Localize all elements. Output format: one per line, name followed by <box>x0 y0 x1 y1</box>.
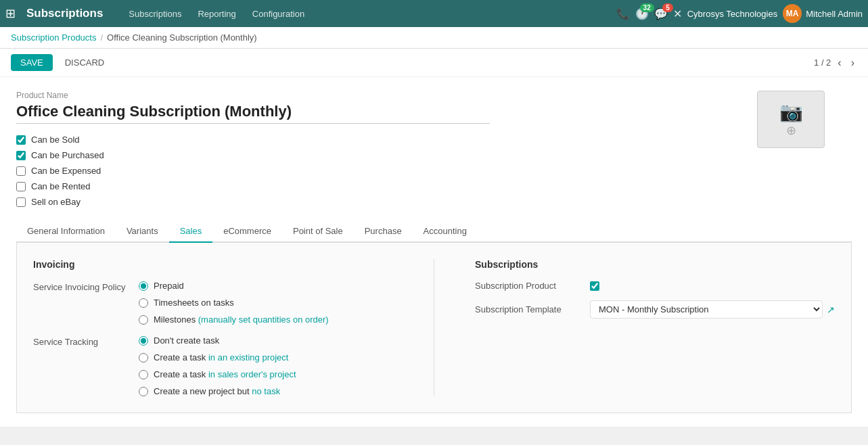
can-be-sold-checkbox[interactable] <box>16 135 26 145</box>
section-divider <box>434 259 434 396</box>
product-name-input[interactable] <box>16 103 490 124</box>
tab-content-sales: Invoicing Service Invoicing Policy Prepa… <box>16 243 852 413</box>
sell-on-ebay-label: Sell on eBay <box>31 197 81 207</box>
service-tracking-label: Service Tracking <box>33 335 128 396</box>
can-be-purchased-checkbox[interactable] <box>16 151 26 160</box>
radio-prepaid-input[interactable] <box>139 281 148 291</box>
radio-sales-order-project: Create a task in sales order's project <box>139 369 296 379</box>
invoicing-title: Invoicing <box>33 259 393 270</box>
subscription-product-checkbox[interactable] <box>590 281 599 291</box>
tab-point-of-sale[interactable]: Point of Sale <box>282 220 354 243</box>
company-name: Cybrosys Technologies <box>687 9 777 19</box>
invoicing-section: Invoicing Service Invoicing Policy Prepa… <box>33 259 393 396</box>
tab-sales[interactable]: Sales <box>169 220 213 243</box>
radio-milestones-input[interactable] <box>139 315 148 325</box>
radio-new-project-input[interactable] <box>139 387 148 396</box>
radio-existing-project: Create a task in an existing project <box>139 352 296 362</box>
pagination-count: 1 / 2 <box>814 57 831 68</box>
can-be-sold-label: Can be Sold <box>31 135 80 145</box>
radio-sales-order-project-input[interactable] <box>139 370 148 379</box>
radio-milestones: Milestones (manually set quantities on o… <box>139 314 329 325</box>
camera-icon: 📷 <box>779 101 803 123</box>
sales-sections: Invoicing Service Invoicing Policy Prepa… <box>33 259 835 396</box>
radio-sales-order-project-label: Create a task in sales order's project <box>154 369 296 379</box>
radio-milestones-label: Milestones (manually set quantities on o… <box>154 314 329 325</box>
menu-subscriptions[interactable]: Subscriptions <box>122 6 188 22</box>
menu-reporting[interactable]: Reporting <box>191 6 242 22</box>
next-button[interactable]: › <box>848 55 857 70</box>
product-image[interactable]: 📷 ⊕ <box>757 91 825 148</box>
can-be-expensed-label: Can be Expensed <box>31 166 101 176</box>
can-be-purchased-row: Can be Purchased <box>16 150 852 160</box>
radio-timesheets-label: Timesheets on tasks <box>154 298 234 308</box>
service-invoicing-label: Service Invoicing Policy <box>33 281 128 325</box>
radio-no-task-label: Don't create task <box>154 335 219 346</box>
grid-icon[interactable]: ⊞ <box>5 6 16 21</box>
toolbar: SAVE DISCARD 1 / 2 ‹ › <box>0 49 868 77</box>
breadcrumb-parent[interactable]: Subscription Products <box>11 32 96 43</box>
breadcrumb-separator: / <box>100 32 103 43</box>
radio-existing-project-label: Create a task in an existing project <box>154 352 288 362</box>
sell-on-ebay-checkbox[interactable] <box>16 197 26 207</box>
can-be-sold-row: Can be Sold <box>16 135 757 145</box>
clock-icon[interactable]: 🕐32 <box>635 7 649 20</box>
topnav-right: 📞 🕐32 💬5 ✕ Cybrosys Technologies MA Mitc… <box>616 4 863 23</box>
user-name: Mitchell Admin <box>806 9 863 19</box>
radio-new-project: Create a new project but no task <box>139 386 296 396</box>
can-be-expensed-checkbox[interactable] <box>16 166 26 176</box>
discard-button[interactable]: DISCARD <box>58 54 112 71</box>
radio-prepaid: Prepaid <box>139 281 329 291</box>
main-content: 📷 ⊕ Product Name Can be Sold Can be Purc… <box>0 77 868 427</box>
chat-icon[interactable]: 💬5 <box>654 7 668 20</box>
menu-configuration[interactable]: Configuration <box>246 6 311 22</box>
subscription-product-label: Subscription Product <box>475 281 583 291</box>
external-link-icon[interactable]: ↗ <box>827 304 835 315</box>
service-invoicing-group: Service Invoicing Policy Prepaid Timeshe… <box>33 281 393 325</box>
chat-badge: 5 <box>662 3 673 12</box>
subscription-template-select[interactable]: MON - Monthly Subscription <box>590 300 823 319</box>
subscription-template-row: Subscription Template MON - Monthly Subs… <box>475 300 835 319</box>
prev-button[interactable]: ‹ <box>835 55 844 70</box>
radio-timesheets: Timesheets on tasks <box>139 298 329 308</box>
tab-variants[interactable]: Variants <box>116 220 169 243</box>
subscriptions-section: Subscriptions Subscription Product Subsc… <box>475 259 835 396</box>
can-be-rented-label: Can be Rented <box>31 181 90 191</box>
tracking-radio-group: Don't create task Create a task in an ex… <box>139 335 296 396</box>
invoicing-radio-group: Prepaid Timesheets on tasks Milestones (… <box>139 281 329 325</box>
can-be-purchased-label: Can be Purchased <box>31 150 104 160</box>
user-avatar: MA <box>783 4 802 23</box>
subscriptions-title: Subscriptions <box>475 259 835 270</box>
can-be-rented-checkbox[interactable] <box>16 182 26 191</box>
sell-on-ebay-row: Sell on eBay <box>16 197 852 207</box>
can-be-rented-row: Can be Rented <box>16 181 852 191</box>
service-tracking-group: Service Tracking Don't create task Creat… <box>33 335 393 396</box>
subscription-template-label: Subscription Template <box>475 304 583 314</box>
product-tabs: General Information Variants Sales eComm… <box>16 220 852 243</box>
top-menu: Subscriptions Reporting Configuration <box>122 6 610 22</box>
user-info[interactable]: MA Mitchell Admin <box>783 4 863 23</box>
phone-icon[interactable]: 📞 <box>616 7 630 20</box>
radio-no-task: Don't create task <box>139 335 296 346</box>
radio-no-task-input[interactable] <box>139 336 148 346</box>
tab-accounting[interactable]: Accounting <box>413 220 478 243</box>
breadcrumb: Subscription Products / Office Cleaning … <box>0 27 868 49</box>
clock-badge: 32 <box>640 3 654 12</box>
radio-prepaid-label: Prepaid <box>154 281 184 291</box>
subscription-product-row: Subscription Product <box>475 281 835 291</box>
radio-new-project-label: Create a new project but no task <box>154 386 280 396</box>
tab-purchase[interactable]: Purchase <box>354 220 413 243</box>
top-navigation: ⊞ Subscriptions Subscriptions Reporting … <box>0 0 868 27</box>
tab-general-information[interactable]: General Information <box>16 220 116 243</box>
breadcrumb-current: Office Cleaning Subscription (Monthly) <box>107 32 257 43</box>
radio-timesheets-input[interactable] <box>139 298 148 308</box>
add-image-icon: ⊕ <box>786 123 796 138</box>
product-name-label: Product Name <box>16 91 852 100</box>
tab-ecommerce[interactable]: eCommerce <box>212 220 282 243</box>
save-button[interactable]: SAVE <box>11 54 53 71</box>
subscription-template-select-wrap: MON - Monthly Subscription ↗ <box>590 300 835 319</box>
radio-existing-project-input[interactable] <box>139 353 148 362</box>
app-title: Subscriptions <box>26 7 103 20</box>
close-icon[interactable]: ✕ <box>673 7 682 20</box>
can-be-expensed-row: Can be Expensed <box>16 166 852 176</box>
pagination: 1 / 2 ‹ › <box>814 55 857 70</box>
